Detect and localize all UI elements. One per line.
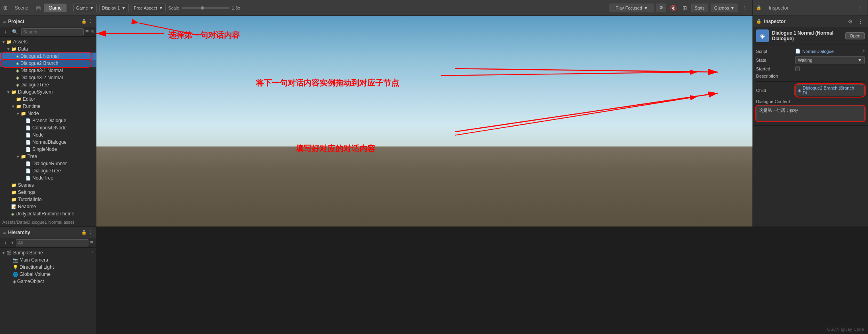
tree-item-tree-folder[interactable]: ▼ 📁 Tree [0, 153, 96, 160]
script-ref[interactable]: 📄 NormalDialogue [795, 49, 834, 54]
tree-item-dialoguetree-script[interactable]: 📄 DialogueTree [0, 167, 96, 174]
tree-item-readme[interactable]: 📝 Readme [0, 203, 96, 210]
grid-button[interactable]: ⊞ [681, 4, 689, 12]
open-button[interactable]: Open [845, 32, 865, 39]
lock-icon: 🔒 [756, 5, 762, 10]
tree-item-singlenode[interactable]: 📄 SingleNode [0, 146, 96, 153]
tree-label-dialogue3-2: Dialogue3-2 Normal [20, 75, 63, 80]
hierarchy-item-directionallight[interactable]: 💡 Directional Light [0, 264, 96, 271]
tree-item-dialogue3-2[interactable]: ◈ Dialogue3-2 Normal [0, 74, 96, 81]
stats-button[interactable]: Stats [691, 4, 708, 12]
asset-icon-dialogue3-2: ◈ [16, 75, 19, 80]
hierarchy-label-directionallight: Directional Light [20, 264, 54, 270]
tab-inspector[interactable]: Inspector [764, 4, 793, 12]
hierarchy-dropdown-arrow[interactable]: ▼ [10, 240, 14, 245]
expand-arrow-data[interactable]: ▼ [6, 47, 10, 51]
tree-item-assets[interactable]: ▼ 📁 Assets [0, 38, 96, 45]
tab-scene[interactable]: Scene [10, 4, 33, 12]
search-icon[interactable]: 🔍 [10, 28, 20, 35]
inspector-settings-icon[interactable]: ⚙ [846, 18, 854, 25]
tree-item-normaldialogue[interactable]: 📄 NormalDialogue [0, 139, 96, 146]
hierarchy-menu-icon: ≡ [3, 230, 6, 235]
script-icon-dialoguerunner: 📄 [25, 161, 31, 166]
inspector-lock-icon[interactable]: 🔒 [756, 19, 762, 24]
tree-item-dialoguesystem[interactable]: ▼ 📁 DialogueSystem [0, 88, 96, 96]
watermark: CSDN @Jay-Code [827, 327, 864, 332]
script-link-icon[interactable]: ↗ [862, 49, 865, 53]
expand-arrow-runtime[interactable]: ▼ [11, 104, 15, 109]
game-dropdown[interactable]: Game ▼ [73, 4, 97, 12]
hierarchy-search-input[interactable] [16, 239, 88, 246]
scale-label: Scale [168, 6, 179, 10]
gizmos-button[interactable]: Gizmos ▼ [711, 4, 738, 12]
script-label: Script [756, 49, 792, 54]
mute-button[interactable]: 🔇 [668, 4, 678, 12]
tree-item-branchdialogue[interactable]: 📄 BranchDialogue [0, 117, 96, 124]
tree-item-node-folder[interactable]: ▼ 📁 Node [0, 110, 96, 117]
top-bar: ⊞ Scene 🎮 Game Game ▼ Display 1 ▼ Free A… [0, 0, 868, 16]
child-icon: ◈ [798, 88, 801, 93]
project-view-icon[interactable]: ☰ [85, 29, 89, 34]
inspector-header: 🔒 Inspector ⚙ ⋮ [753, 16, 868, 27]
scale-slider[interactable] [182, 7, 229, 9]
tree-label-node: Node [27, 111, 39, 116]
tree-item-nodetree[interactable]: 📄 NodeTree [0, 174, 96, 182]
sky [96, 16, 752, 153]
tree-item-tutorialinfo[interactable]: 📁 TutorialInfo [0, 196, 96, 203]
state-label: State [756, 58, 792, 63]
settings-icon-btn[interactable]: ⚙ [656, 4, 666, 12]
script-icon-node: 📄 [25, 133, 31, 138]
hierarchy-more-icon[interactable]: ⋮ [88, 230, 93, 235]
project-grid-icon[interactable]: ⊞ [90, 29, 94, 34]
tree-item-dialoguerunner[interactable]: 📄 DialogueRunner [0, 160, 96, 167]
dialogue-content-box[interactable]: 这是第一句话：你好 [756, 105, 865, 121]
tree-item-dialogue1[interactable]: ◈ Dialogue1 Normal [0, 53, 96, 60]
tree-item-node-script[interactable]: 📄 Node [0, 131, 96, 139]
samplescene-more[interactable]: ⋮ [90, 250, 94, 256]
project-search-input[interactable] [21, 28, 84, 35]
project-lock-icon[interactable]: 🔒 [81, 19, 87, 24]
more-options-icon[interactable]: ⋮ [741, 4, 749, 12]
hierarchy-add-btn[interactable]: + [2, 239, 9, 247]
main-content: ≡ Project 🔒 ⋮ + 🔍 ☰ ⊞ ▼ 📁 Assets ▼ [0, 16, 868, 227]
hierarchy-item-samplescene[interactable]: ▼ 🎬 SampleScene ⋮ [0, 249, 96, 256]
aspect-dropdown[interactable]: Free Aspect ▼ [131, 4, 166, 12]
tree-label-assets: Assets [13, 39, 27, 45]
hierarchy-view-icon[interactable]: ☰ [90, 240, 94, 245]
tree-item-scenes[interactable]: 📁 Scenes [0, 182, 96, 189]
object-name-label: Dialogue 1 Normal (Normal Dialogue) [772, 30, 842, 41]
tree-item-runtime[interactable]: ▼ 📁 Runtime [0, 103, 96, 110]
tree-item-editor[interactable]: 📁 Editor [0, 96, 96, 103]
tree-item-data[interactable]: ▼ 📁 Data [0, 45, 96, 53]
tree-item-unitytheme[interactable]: ◈ UnityDefaultRuntimeTheme [0, 210, 96, 217]
folder-icon-tutorialinfo: 📁 [11, 197, 17, 202]
inspector-more-btn[interactable]: ⋮ [856, 18, 865, 25]
hierarchy-item-maincamera[interactable]: 📷 Main Camera [0, 256, 96, 264]
play-focused-button[interactable]: Play Focused ▼ [609, 4, 654, 12]
tree-item-dialogue2[interactable]: ◈ Dialogue2 Branch [0, 60, 96, 67]
dialogue-content-label: Dialogue Content [756, 99, 792, 104]
project-more-icon[interactable]: ⋮ [88, 19, 93, 24]
hierarchy-lock-icon[interactable]: 🔒 [81, 230, 87, 235]
add-button[interactable]: + [2, 28, 9, 36]
expand-arrow-dialoguesystem[interactable]: ▼ [6, 90, 10, 94]
hierarchy-label-gameobject: GameObject [17, 279, 44, 284]
expand-samplescene[interactable]: ▼ [2, 251, 6, 255]
state-dropdown[interactable]: Waiting ▼ [795, 56, 865, 64]
tree-item-dialogue3-1[interactable]: ◈ Dialogue3-1 Normal [0, 67, 96, 74]
expand-arrow-tree[interactable]: ▼ [16, 154, 20, 159]
tree-item-settings[interactable]: 📁 Settings [0, 189, 96, 196]
script-file-icon: 📄 [795, 49, 801, 54]
tree-item-dialoguetree[interactable]: ◈ DialogueTree [0, 81, 96, 88]
inspector-tab-section: 🔒 Inspector ⋮ [752, 0, 868, 16]
hierarchy-item-gameobject[interactable]: ◈ GameObject [0, 278, 96, 285]
expand-arrow-assets[interactable]: ▼ [2, 40, 6, 44]
child-ref-value[interactable]: ◈ Dialogue2 Branch (Branch Di... [795, 84, 865, 96]
tree-item-compositenode[interactable]: 📄 CompositeNode [0, 124, 96, 131]
inspector-more-icon[interactable]: ⋮ [856, 4, 864, 12]
display-dropdown[interactable]: Display 1 ▼ [99, 4, 129, 12]
expand-arrow-node[interactable]: ▼ [16, 111, 20, 116]
hierarchy-item-globalvolume[interactable]: 🌐 Global Volume [0, 271, 96, 278]
started-checkbox[interactable] [795, 66, 800, 71]
tab-game[interactable]: Game [44, 4, 67, 12]
